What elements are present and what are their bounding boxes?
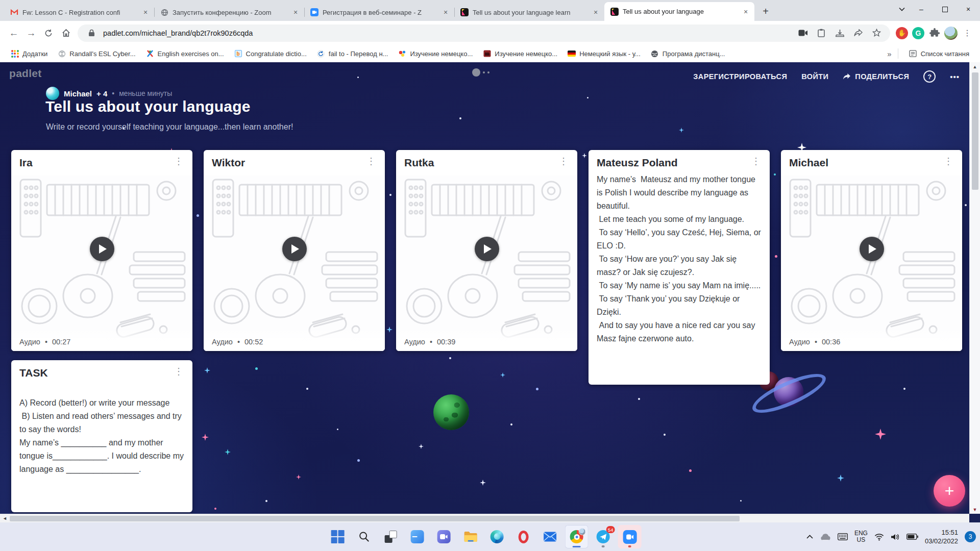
horizontal-scrollbar[interactable]: ◄ — [0, 514, 969, 522]
card-menu-icon[interactable]: ⋮ — [748, 157, 764, 166]
maximize-button[interactable] — [933, 0, 957, 18]
bookmark-randalls[interactable]: Randall's ESL Cyber... — [53, 48, 140, 59]
post-card-task[interactable]: TASK ⋮ A) Record (better!) or write your… — [11, 360, 192, 512]
chrome-menu-icon[interactable]: ⋮ — [960, 26, 975, 41]
mail-button[interactable] — [538, 525, 562, 548]
search-button[interactable] — [353, 525, 376, 548]
post-card-mateusz[interactable]: Mateusz Poland ⋮ My name’s Mateusz and m… — [589, 150, 770, 385]
forward-button[interactable]: → — [22, 24, 40, 42]
board-menu-button[interactable]: ••• — [950, 72, 960, 81]
login-button[interactable]: ВОЙТИ — [801, 72, 828, 81]
bookmark-german-1[interactable]: Изучение немецко... — [394, 48, 477, 59]
horizontal-scrollbar-thumb[interactable] — [10, 516, 740, 521]
telegram-button[interactable]: 54 — [592, 525, 615, 548]
author-name[interactable]: Michael — [64, 89, 92, 98]
audio-attachment[interactable]: Аудио • 00:52 — [204, 176, 385, 351]
grammarly-extension-icon[interactable]: G — [911, 26, 926, 41]
url-text[interactable]: padlet.com/michael_brand/qb2t7rok90z6cqd… — [103, 29, 791, 37]
bookmark-star-icon[interactable] — [870, 27, 883, 40]
home-button[interactable] — [57, 24, 75, 42]
clipboard-icon[interactable] — [815, 27, 828, 40]
tab-close-icon[interactable]: × — [291, 8, 300, 17]
vertical-scrollbar-thumb[interactable] — [972, 72, 978, 190]
share-button[interactable]: ПОДЕЛИТЬСЯ — [843, 72, 909, 81]
audio-attachment[interactable]: Аудио • 00:39 — [396, 176, 577, 351]
opera-button[interactable] — [512, 525, 535, 548]
help-button[interactable]: ? — [923, 70, 936, 83]
edge-button[interactable] — [485, 525, 509, 548]
audio-attachment[interactable]: Аудио • 00:27 — [11, 176, 192, 351]
bookmarks-overflow-chevron[interactable]: » — [887, 49, 891, 58]
reading-list-button[interactable]: Список читання — [904, 48, 974, 59]
play-button[interactable] — [475, 237, 499, 261]
tab-gmail[interactable]: Fw: Lesson C - Registration confi × — [4, 4, 154, 21]
bookmark-fail-to[interactable]: fail to - Перевод н... — [312, 48, 393, 59]
tab-search-chevron-icon[interactable] — [894, 2, 910, 17]
tab-padlet-other[interactable]: Tell us about your language learn × — [454, 4, 604, 21]
post-card-michael[interactable]: Michael ⋮ Аудио • 00:36 — [781, 150, 962, 351]
scroll-up-arrow-icon[interactable]: ▲ — [973, 62, 977, 71]
task-view-button[interactable] — [379, 525, 403, 548]
play-button[interactable] — [860, 237, 884, 261]
reload-button[interactable] — [40, 24, 57, 42]
card-menu-icon[interactable]: ⋮ — [941, 157, 956, 166]
tab-zoom-launch[interactable]: Запустить конференцию - Zoom × — [154, 4, 304, 21]
bookmark-german-language[interactable]: Немецкий язык - у... — [563, 48, 645, 59]
play-button[interactable] — [90, 237, 114, 261]
bookmark-programa[interactable]: Програма дистанц... — [646, 48, 730, 59]
card-menu-icon[interactable]: ⋮ — [171, 367, 186, 376]
language-indicator[interactable]: ENGUS — [854, 530, 868, 544]
wifi-icon[interactable] — [874, 533, 884, 541]
close-window-button[interactable]: × — [957, 0, 980, 18]
collaborator-count[interactable]: + 4 — [96, 89, 107, 98]
notification-count-badge[interactable]: 3 — [965, 531, 976, 542]
widgets-button[interactable] — [406, 525, 429, 548]
bookmark-german-2[interactable]: Изучение немецко... — [478, 48, 562, 59]
bookmark-apps[interactable]: Додатки — [6, 48, 52, 59]
battery-icon[interactable] — [906, 534, 918, 540]
post-card-rutka[interactable]: Rutka ⋮ Аудио • 00:39 — [396, 150, 577, 351]
touch-keyboard-icon[interactable] — [838, 533, 848, 540]
register-button[interactable]: ЗАРЕГИСТРИРОВАТЬСЯ — [693, 72, 787, 81]
tray-chevron-icon[interactable] — [806, 535, 813, 539]
zoom-button[interactable] — [618, 525, 642, 548]
card-menu-icon[interactable]: ⋮ — [171, 157, 186, 166]
tab-webinar-registration[interactable]: Регистрация в веб-семинаре - Z × — [304, 4, 454, 21]
adblock-extension-icon[interactable]: ✋ — [894, 26, 910, 41]
audio-attachment[interactable]: Аудио • 00:36 — [781, 176, 962, 351]
share-icon[interactable] — [851, 27, 865, 40]
file-explorer-button[interactable] — [459, 525, 482, 548]
camera-icon[interactable] — [796, 27, 810, 40]
tab-close-icon[interactable]: × — [591, 8, 600, 17]
play-button[interactable] — [282, 237, 307, 261]
padlet-logo[interactable]: padlet — [9, 67, 42, 80]
bookmark-congratulate[interactable]: b Congratulate dictio... — [230, 48, 311, 59]
address-bar[interactable]: padlet.com/michael_brand/qb2t7rok90z6cqd… — [78, 24, 890, 42]
vertical-scrollbar[interactable]: ▲ ▼ — [969, 62, 980, 514]
tab-close-icon[interactable]: × — [141, 8, 150, 17]
post-card-wiktor[interactable]: Wiktor ⋮ Аудио • 00:52 — [204, 150, 385, 351]
download-icon[interactable] — [833, 27, 846, 40]
extensions-puzzle-icon[interactable] — [927, 26, 942, 41]
card-menu-icon[interactable]: ⋮ — [363, 157, 379, 166]
card-menu-icon[interactable]: ⋮ — [556, 157, 571, 166]
minimize-button[interactable]: – — [910, 0, 933, 18]
tab-padlet-active[interactable]: Tell us about your language × — [604, 2, 754, 21]
bookmark-english-exercises[interactable]: English exercises on... — [141, 48, 229, 59]
post-card-ira[interactable]: Ira ⋮ Аудио • 00:27 — [11, 150, 192, 351]
volume-icon[interactable] — [891, 533, 900, 541]
chrome-button[interactable] — [565, 525, 589, 548]
teams-chat-button[interactable] — [432, 525, 456, 548]
tab-close-icon[interactable]: × — [741, 7, 750, 16]
onedrive-cloud-icon[interactable] — [820, 533, 831, 541]
tab-close-icon[interactable]: × — [441, 8, 450, 17]
clock[interactable]: 15:51 03/02/2022 — [925, 528, 958, 545]
add-post-button[interactable]: + — [934, 475, 965, 507]
scroll-left-arrow-icon[interactable]: ◄ — [0, 516, 10, 521]
scroll-down-arrow-icon[interactable]: ▼ — [973, 505, 977, 514]
start-button[interactable] — [326, 525, 350, 548]
back-button[interactable]: ← — [5, 24, 22, 42]
new-tab-button[interactable]: + — [758, 4, 773, 18]
profile-avatar[interactable] — [943, 26, 959, 41]
text-line: To say ‘Hello’, you say Cześć, Hej, Siem… — [597, 226, 762, 253]
